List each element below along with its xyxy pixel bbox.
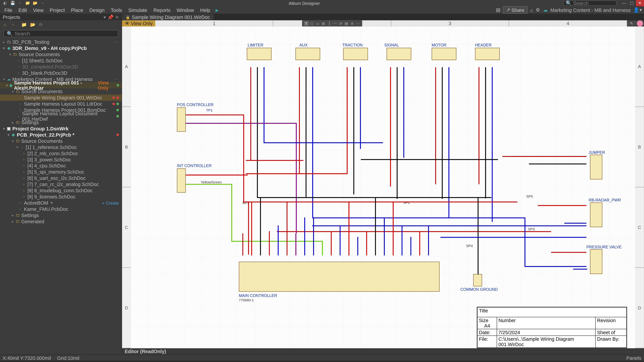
folder2-icon[interactable]: 📂 [30,22,36,27]
project-icon: ◆ [6,46,12,50]
tool-icon[interactable]: ⋯ [356,21,360,26]
tab-label: Sample Wiring Diagram 001.WirDoc [132,14,210,20]
minimize-button[interactable]: — [620,0,628,6]
tree-item[interactable]: [1] Sheet1.SchDoc [22,58,63,63]
tree-item[interactable]: [7] 7_can_rc_i2c_analog.SchDoc [27,182,99,187]
more-icon[interactable]: ⋯ [114,40,119,44]
menu-reports[interactable]: Reports [151,6,173,13]
create-link[interactable]: + Create [102,200,119,205]
tool-icon[interactable]: ↺ [338,21,343,26]
row-ruler-left: A B C D [122,26,131,348]
search-input[interactable]: 🔍 Search [564,0,616,6]
tree-item[interactable]: Source Documents [18,52,60,57]
schdoc-icon: ▫ [21,151,27,156]
doc-tab[interactable]: 🔒 Sample Wiring Diagram 001.WirDoc [122,14,214,20]
panel-search-input[interactable]: 🔍 Search [4,30,118,37]
tree-item[interactable]: [8] 8_imudebug_conn.SchDoc [27,188,92,193]
tree-item[interactable]: Kame_FMU.PcbDoc [24,206,68,212]
menu-simulate[interactable]: Simulate [126,6,150,13]
open-folder-icon[interactable]: 📁 [25,1,30,5]
tree-item[interactable]: Sample Wiring Diagram 001.WirDoc [24,95,102,100]
tree-item[interactable]: Settings [21,213,39,218]
folder-icon[interactable]: 📁 [21,22,27,27]
panel-menu-icon[interactable]: ▾ [104,14,106,20]
close-button[interactable]: ✕ [636,0,644,6]
eye-icon: 👁 [125,21,130,26]
tree-item[interactable]: [9] 9_licenses.SchDoc [27,194,76,199]
view-only-button[interactable]: 👁 View Only [122,20,156,26]
schematic-canvas[interactable]: LIMITER AUX TRACTION SIGNAL MOTOR HEADER… [131,26,635,348]
folder-icon: 🗀 [15,89,20,94]
new-icon[interactable]: ▫ [18,1,22,5]
share-button[interactable]: ↗ Share [503,6,528,14]
panels-button[interactable]: Panels [626,355,641,361]
menu-edit[interactable]: Edit [16,6,30,13]
home2-icon[interactable]: ⌂ [4,22,9,27]
status-dot [116,109,119,111]
schdoc-icon: ▫ [21,164,27,168]
label-header: HEADER [475,43,492,47]
tree-item[interactable]: 3D_blank.PcbDoc3D [22,70,67,76]
tree-item[interactable]: [6] 6_uart_esc_i2c.SchDoc [27,175,86,181]
menu-window[interactable]: Window [174,6,196,13]
tool-icon[interactable]: A [350,21,354,26]
gear-icon[interactable]: ⚙ [536,7,540,13]
conn-common-ground [473,274,482,286]
title-bar: ◐ 💾 ▫ 📁 📂 ▫ Altium Designer 🔍 Search — ▢… [0,0,644,6]
menu-tools[interactable]: Tools [108,6,124,13]
menu-file[interactable]: File [2,6,15,13]
maximize-button[interactable]: ▢ [628,0,636,6]
tree-item[interactable]: [5] 5_spi_memory.SchDoc [27,169,84,175]
folder-icon: 🗀 [12,52,18,56]
tool-icon[interactable]: ▤ [344,21,349,26]
tool-icon[interactable]: ▢ [310,21,314,26]
tree-item[interactable]: 3D_completed.PcbDoc3D [22,64,78,69]
menu-project[interactable]: Project [47,6,68,13]
tree-item[interactable]: Project Group 1.DsnWrk [12,126,68,131]
conn-int-controller [177,168,186,193]
save-icon[interactable]: 💾 [10,1,15,5]
tree-item[interactable]: [4] 4_cpu.SchDoc [27,163,66,168]
refresh-icon[interactable]: ⟳ [39,22,44,27]
notify-icon[interactable]: ▤ [496,7,500,13]
tree-item[interactable]: 3DR_Demo_v9 - AH copy.PrjPcb [12,45,87,51]
play-icon[interactable]: ▶ [214,8,220,12]
ldrdoc-icon: ▫ [18,102,23,106]
tree-item[interactable]: 3D_PCB_Testing [12,39,50,45]
status-dot [112,96,115,99]
project-tree[interactable]: ▸🗀3D_PCB_Testing⋯ ▾◆3DR_Demo_v9 - AH cop… [0,39,122,355]
cloud-icon: ☁ [543,7,548,13]
panel-pin-icon[interactable]: 📌 [108,14,114,20]
tree-item[interactable]: ActiveBOM ⚬ [24,200,54,206]
tool-icon[interactable]: ⎮ [327,21,332,26]
tree-item[interactable]: Generated [21,219,44,224]
save-all-icon[interactable]: ▫ [40,1,45,5]
tool-icon[interactable]: ⊞ [321,21,326,26]
tree-item[interactable]: Source Documents [21,89,63,94]
tree-item[interactable]: [1] 1_reference.SchDoc [26,144,77,150]
open2-icon[interactable]: 📂 [33,1,38,5]
menu-design[interactable]: Design [87,6,107,13]
tree-item[interactable]: Source Documents [21,138,63,144]
doc-icon[interactable]: ▫ [12,22,18,27]
tree-item[interactable]: [3] 3_power.SchDoc [27,157,71,162]
tree-item[interactable]: Settings [21,120,39,125]
panel-header: Projects ▾ 📌 ✕ [0,14,122,20]
edit-icon[interactable]: ✎ [627,21,636,26]
context-label[interactable]: Marketing Content - MB and Harness [550,7,630,13]
status-dot [117,84,119,87]
avatar[interactable] [637,20,643,26]
tree-item[interactable]: PCB_Project_22.PrjPcb * [17,132,74,137]
tool-icon[interactable]: ▭ [315,21,320,26]
panel-close-icon[interactable]: ✕ [115,14,119,20]
col-3: 3 [391,20,509,26]
tree-item[interactable]: Sample Harness Layout 001.LdrDoc [24,101,102,107]
tree-item[interactable]: [2] 2_mb_conn.SchDoc [27,151,78,156]
home-icon[interactable]: ⌂ [530,7,533,13]
menu-place[interactable]: Place [68,6,86,13]
user-icon[interactable]: 👤▾ [633,7,642,13]
text-tool-icon[interactable]: T [304,21,308,26]
tool-icon[interactable]: 〰 [332,21,338,26]
menu-view[interactable]: View [30,6,46,13]
menu-help[interactable]: Help [198,6,213,13]
